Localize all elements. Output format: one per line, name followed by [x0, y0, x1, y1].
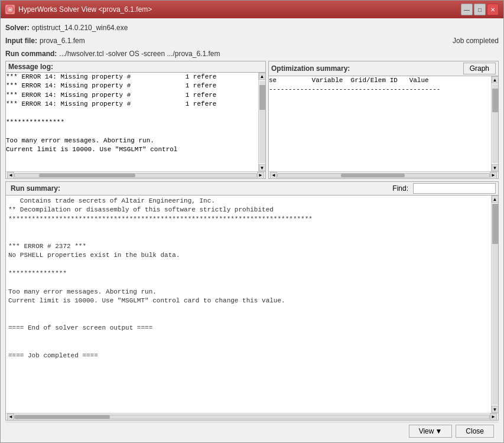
- solver-value: optistruct_14.0.210_win64.exe: [32, 24, 128, 32]
- optimization-content[interactable]: se Variable Grid/Elem ID Value ---------…: [269, 76, 491, 171]
- optimization-panel: Optimization summary: Graph se Variable …: [268, 61, 499, 179]
- input-file-value: prova_6.1.fem: [40, 37, 85, 45]
- rs-hscroll-right-arrow[interactable]: ►: [490, 413, 497, 421]
- run-command-value: .../hwsolver.tcl -solver OS -screen .../…: [59, 50, 220, 58]
- input-file-row: Input file: prova_6.1.fem Job completed: [5, 35, 499, 47]
- hscroll-left-arrow[interactable]: ◄: [7, 172, 14, 179]
- opt-hscroll-thumb: [341, 174, 404, 177]
- main-window: H HyperWorks Solver View <prova_6.1.fem>…: [0, 0, 504, 443]
- rs-hscroll-track[interactable]: [14, 415, 490, 419]
- graph-button[interactable]: Graph: [463, 63, 496, 74]
- opt-hscroll-track[interactable]: [277, 173, 490, 178]
- find-input[interactable]: [413, 183, 496, 194]
- view-label: View: [419, 427, 434, 435]
- bottom-bar: View ▼ Close: [5, 422, 499, 440]
- opt-vscroll-down-arrow[interactable]: ▼: [492, 164, 499, 171]
- message-log-label: Message log:: [6, 61, 265, 73]
- minimize-button[interactable]: —: [461, 4, 473, 15]
- window-controls: — □ ✕: [461, 4, 499, 15]
- hscroll-thumb: [39, 174, 136, 177]
- opt-vscroll-thumb[interactable]: [492, 89, 498, 112]
- restore-button[interactable]: □: [474, 4, 486, 15]
- message-log-panel: Message log: *** ERROR 14: Missing prope…: [5, 61, 266, 179]
- vscroll-thumb[interactable]: [259, 85, 265, 110]
- run-summary-content: Contains trade secrets of Altair Enginee…: [6, 196, 498, 413]
- vscroll-up-arrow[interactable]: ▲: [259, 73, 266, 80]
- input-file-label: Input file:: [5, 37, 37, 45]
- opt-vscroll-track[interactable]: [492, 84, 498, 163]
- rs-vscroll-thumb[interactable]: [492, 204, 498, 244]
- title-bar-left: H HyperWorks Solver View <prova_6.1.fem>: [5, 5, 152, 14]
- rs-vscroll-down-arrow[interactable]: ▼: [492, 406, 499, 413]
- optimization-hscrollbar[interactable]: ◄ ►: [269, 171, 498, 178]
- app-icon: H: [5, 5, 15, 14]
- close-button[interactable]: Close: [456, 425, 494, 438]
- run-summary-vscrollbar[interactable]: ▲ ▼: [491, 196, 498, 413]
- message-log-inner: *** ERROR 14: Missing property # 1 refer…: [6, 73, 265, 171]
- opt-hscroll-left-arrow[interactable]: ◄: [270, 172, 277, 179]
- run-command-row: Run command: .../hwsolver.tcl -solver OS…: [5, 48, 499, 60]
- optimization-header-row: Optimization summary: Graph: [269, 61, 498, 76]
- opt-vscroll-up-arrow[interactable]: ▲: [492, 76, 499, 83]
- optimization-vscrollbar[interactable]: ▲ ▼: [491, 76, 498, 171]
- optimization-inner: se Variable Grid/Elem ID Value ---------…: [269, 76, 498, 171]
- content-area: Solver: optistruct_14.0.210_win64.exe In…: [1, 18, 503, 442]
- run-command-label: Run command:: [5, 50, 57, 58]
- find-label: Find:: [392, 184, 408, 193]
- rs-vscroll-up-arrow[interactable]: ▲: [492, 196, 499, 203]
- run-summary-pre: Contains trade secrets of Altair Enginee…: [8, 197, 489, 360]
- optimization-scroll-area[interactable]: se Variable Grid/Elem ID Value ---------…: [269, 76, 491, 171]
- run-summary-label: Run summary:: [8, 183, 63, 194]
- run-summary-text[interactable]: Contains trade secrets of Altair Enginee…: [6, 196, 491, 413]
- job-status: Job completed: [453, 37, 499, 45]
- optimization-text: se Variable Grid/Elem ID Value ---------…: [269, 76, 491, 95]
- message-log-content[interactable]: *** ERROR 14: Missing property # 1 refer…: [6, 73, 258, 171]
- hscroll-track[interactable]: [14, 173, 257, 178]
- rs-hscroll-thumb: [15, 415, 110, 419]
- view-dropdown-icon: ▼: [435, 427, 442, 435]
- opt-hscroll-right-arrow[interactable]: ►: [490, 172, 497, 179]
- title-bar: H HyperWorks Solver View <prova_6.1.fem>…: [1, 1, 503, 18]
- message-log-text: *** ERROR 14: Missing property # 1 refer…: [6, 73, 258, 155]
- vscroll-down-arrow[interactable]: ▼: [259, 164, 266, 171]
- hscroll-right-arrow[interactable]: ►: [257, 172, 264, 179]
- solver-label: Solver:: [5, 24, 30, 32]
- solver-row: Solver: optistruct_14.0.210_win64.exe: [5, 22, 499, 34]
- run-summary-header: Run summary: Find:: [6, 182, 498, 196]
- svg-text:H: H: [8, 8, 11, 12]
- optimization-label: Optimization summary:: [269, 63, 352, 74]
- run-summary-section: Run summary: Find: Contains trade secret…: [5, 181, 499, 421]
- run-summary-hscrollbar[interactable]: ◄ ►: [6, 413, 498, 420]
- message-log-scroll-area[interactable]: *** ERROR 14: Missing property # 1 refer…: [6, 73, 258, 171]
- message-log-hscrollbar[interactable]: ◄ ►: [6, 171, 265, 178]
- rs-hscroll-left-arrow[interactable]: ◄: [7, 413, 14, 421]
- window-close-button[interactable]: ✕: [487, 4, 499, 15]
- window-title: HyperWorks Solver View <prova_6.1.fem>: [18, 5, 152, 14]
- view-button[interactable]: View ▼: [409, 425, 453, 438]
- vscroll-track[interactable]: [259, 81, 265, 163]
- middle-section: Message log: *** ERROR 14: Missing prope…: [5, 61, 499, 179]
- rs-vscroll-track[interactable]: [492, 204, 498, 405]
- message-log-vscrollbar[interactable]: ▲ ▼: [258, 73, 265, 171]
